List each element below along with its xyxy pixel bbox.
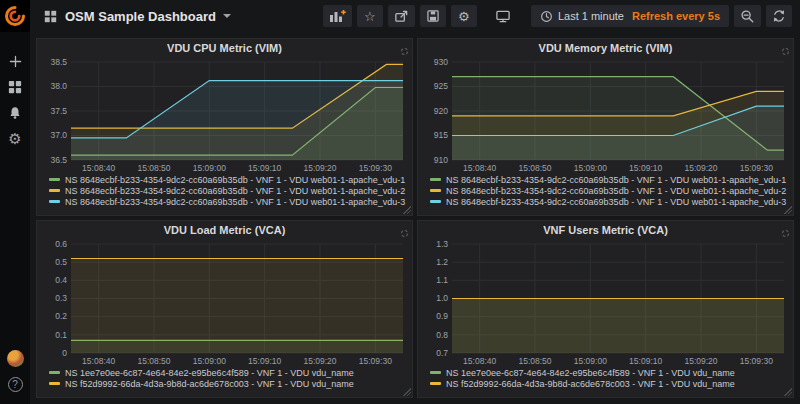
svg-text:0: 0 xyxy=(62,348,67,358)
chart-vdu-load-metric[interactable]: 00.10.20.30.40.50.615:08:4015:08:5015:09… xyxy=(41,240,408,366)
legend-series-label: NS 8648ecbf-b233-4354-9dc2-cc60a69b35db … xyxy=(65,186,405,196)
dashboard-picker-grid-icon[interactable] xyxy=(44,10,57,23)
svg-text:15:08:40: 15:08:40 xyxy=(82,163,115,173)
svg-text:15:08:50: 15:08:50 xyxy=(518,356,551,366)
legend-vdu-load-metric: NS 1ee7e0ee-6c87-4e64-84e2-e95be6c4f589 … xyxy=(41,367,408,389)
save-dashboard-button[interactable] xyxy=(420,5,446,27)
star-dashboard-button[interactable]: ☆ xyxy=(357,5,383,27)
dashboard-title-caret-icon[interactable] xyxy=(223,14,231,18)
svg-text:0.6: 0.6 xyxy=(55,240,67,249)
legend-series-label: NS 8648ecbf-b233-4354-9dc2-cc60a69b35db … xyxy=(446,186,786,196)
magnifier-icon xyxy=(740,9,755,24)
panel-refresh-spinner-icon xyxy=(781,42,790,60)
legend-series-label: NS 1ee7e0ee-6c87-4e64-84e2-e95be6c4f589 … xyxy=(446,368,735,378)
panel-vdu-memory-metric: VDU Memory Metric (VIM) 9109159209259301… xyxy=(417,38,794,216)
legend-item[interactable]: NS 8648ecbf-b233-4354-9dc2-cc60a69b35db … xyxy=(430,174,789,185)
panel-resize-handle[interactable] xyxy=(402,205,411,214)
legend-item[interactable]: NS 8648ecbf-b233-4354-9dc2-cc60a69b35db … xyxy=(49,174,408,185)
panel-title[interactable]: VNF Users Metric (VCA) xyxy=(422,221,789,240)
legend-item[interactable]: NS 8648ecbf-b233-4354-9dc2-cc60a69b35db … xyxy=(430,196,789,207)
legend-series-label: NS f52d9992-66da-4d3a-9b8d-ac6de678c003 … xyxy=(65,379,354,389)
legend-series-color-dash xyxy=(49,200,60,203)
user-avatar[interactable] xyxy=(7,350,24,367)
refresh-icon xyxy=(772,9,786,23)
refresh-dashboard-button[interactable] xyxy=(766,5,792,27)
monitor-icon xyxy=(495,9,511,24)
time-range-label: Last 1 minute xyxy=(558,10,624,22)
save-icon xyxy=(426,9,440,23)
zoom-out-time-button[interactable] xyxy=(734,5,761,27)
panel-resize-handle[interactable] xyxy=(783,205,792,214)
svg-text:15:09:20: 15:09:20 xyxy=(684,356,717,366)
svg-text:930: 930 xyxy=(434,58,448,67)
chart-vdu-memory-metric[interactable]: 91091592092593015:08:4015:08:5015:09:001… xyxy=(422,58,789,173)
legend-series-color-dash xyxy=(49,189,60,192)
svg-text:15:09:30: 15:09:30 xyxy=(740,163,773,173)
panel-resize-handle[interactable] xyxy=(783,387,792,396)
panel-title[interactable]: VDU CPU Metric (VIM) xyxy=(41,39,408,58)
svg-text:15:09:00: 15:09:00 xyxy=(193,163,226,173)
legend-item[interactable]: NS 8648ecbf-b233-4354-9dc2-cc60a69b35db … xyxy=(430,185,789,196)
svg-text:38.5: 38.5 xyxy=(50,58,67,67)
svg-text:15:09:20: 15:09:20 xyxy=(303,163,336,173)
svg-text:15:09:00: 15:09:00 xyxy=(193,356,226,366)
svg-text:920: 920 xyxy=(434,106,448,116)
svg-text:15:09:20: 15:09:20 xyxy=(684,163,717,173)
svg-text:37.0: 37.0 xyxy=(50,130,67,140)
alerting-bell-icon[interactable] xyxy=(0,100,30,126)
legend-item[interactable]: NS 8648ecbf-b233-4354-9dc2-cc60a69b35db … xyxy=(49,196,408,207)
panel-refresh-spinner-icon xyxy=(400,42,409,60)
configuration-gear-icon[interactable]: ⚙ xyxy=(0,126,30,152)
legend-series-color-dash xyxy=(49,371,60,374)
svg-text:0.1: 0.1 xyxy=(55,330,67,340)
legend-series-color-dash xyxy=(430,189,441,192)
svg-text:15:09:10: 15:09:10 xyxy=(629,356,662,366)
svg-text:15:09:10: 15:09:10 xyxy=(248,163,281,173)
svg-text:1.2: 1.2 xyxy=(436,257,448,267)
svg-text:15:08:50: 15:08:50 xyxy=(518,163,551,173)
svg-text:0.5: 0.5 xyxy=(55,257,67,267)
legend-item[interactable]: NS 8648ecbf-b233-4354-9dc2-cc60a69b35db … xyxy=(49,185,408,196)
cycle-view-mode-button[interactable] xyxy=(489,5,517,27)
dashboard-title[interactable]: OSM Sample Dashboard xyxy=(65,9,216,24)
legend-series-color-dash xyxy=(430,178,441,181)
svg-text:915: 915 xyxy=(434,130,448,140)
legend-vnf-users-metric: NS 1ee7e0ee-6c87-4e64-84e2-e95be6c4f589 … xyxy=(422,367,789,389)
add-panel-button[interactable] xyxy=(323,5,352,27)
chart-vnf-users-metric[interactable]: 0.70.80.91.01.11.21.315:08:4015:08:5015:… xyxy=(422,240,789,366)
legend-vdu-memory-metric: NS 8648ecbf-b233-4354-9dc2-cc60a69b35db … xyxy=(422,174,789,207)
legend-series-color-dash xyxy=(430,200,441,203)
panel-vnf-users-metric: VNF Users Metric (VCA) 0.70.80.91.01.11.… xyxy=(417,220,794,398)
chart-vdu-cpu-metric[interactable]: 36.537.037.538.038.515:08:4015:08:5015:0… xyxy=(41,58,408,173)
svg-text:0.2: 0.2 xyxy=(55,311,67,321)
svg-text:15:09:00: 15:09:00 xyxy=(574,163,607,173)
grafana-logo-icon[interactable] xyxy=(0,0,30,32)
legend-item[interactable]: NS f52d9992-66da-4d3a-9b8d-ac6de678c003 … xyxy=(430,378,789,389)
svg-text:910: 910 xyxy=(434,155,448,165)
legend-series-label: NS 8648ecbf-b233-4354-9dc2-cc60a69b35db … xyxy=(446,197,786,207)
panel-title[interactable]: VDU Memory Metric (VIM) xyxy=(422,39,789,58)
legend-item[interactable]: NS f52d9992-66da-4d3a-9b8d-ac6de678c003 … xyxy=(49,378,408,389)
time-range-picker[interactable]: Last 1 minute Refresh every 5s xyxy=(531,5,729,27)
svg-text:15:08:40: 15:08:40 xyxy=(463,163,496,173)
create-plus-icon[interactable] xyxy=(0,48,30,74)
panel-resize-handle[interactable] xyxy=(402,387,411,396)
clock-icon xyxy=(540,10,553,23)
dashboard-grid: VDU CPU Metric (VIM) 36.537.037.538.038.… xyxy=(30,32,800,404)
svg-text:36.5: 36.5 xyxy=(50,155,67,165)
legend-item[interactable]: NS 1ee7e0ee-6c87-4e64-84e2-e95be6c4f589 … xyxy=(430,367,789,378)
svg-text:15:09:20: 15:09:20 xyxy=(303,356,336,366)
svg-text:0.9: 0.9 xyxy=(436,311,448,321)
help-icon[interactable]: ? xyxy=(8,377,23,392)
panel-refresh-spinner-icon xyxy=(400,224,409,242)
legend-item[interactable]: NS 1ee7e0ee-6c87-4e64-84e2-e95be6c4f589 … xyxy=(49,367,408,378)
svg-text:1.1: 1.1 xyxy=(436,275,448,285)
panel-vdu-cpu-metric: VDU CPU Metric (VIM) 36.537.037.538.038.… xyxy=(36,38,413,216)
legend-series-color-dash xyxy=(49,178,60,181)
svg-text:15:08:40: 15:08:40 xyxy=(82,356,115,366)
panel-title[interactable]: VDU Load Metric (VCA) xyxy=(41,221,408,240)
legend-series-color-dash xyxy=(49,382,60,385)
share-dashboard-button[interactable] xyxy=(388,5,415,27)
dashboard-settings-button[interactable]: ⚙ xyxy=(451,5,477,27)
dashboards-icon[interactable] xyxy=(0,74,30,100)
